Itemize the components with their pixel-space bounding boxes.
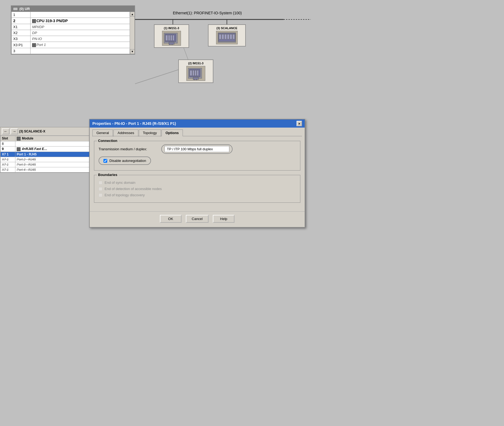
tab-general[interactable]: General [92, 129, 113, 137]
svg-rect-31 [233, 34, 235, 39]
svg-rect-22 [194, 79, 195, 80]
sync-domain-label: End of sync domain [105, 181, 135, 185]
scroll-up-btn[interactable]: ▲ [130, 12, 135, 16]
transmission-row: Transmission medium / duplex: TP / ITP 1… [99, 144, 296, 154]
device-scalance[interactable]: (3) SCALANCE [208, 24, 246, 46]
svg-rect-27 [222, 34, 224, 39]
detection-nodes-label: End of detection of accessible nodes [105, 187, 162, 191]
table-header-row: Slot Module [1, 136, 92, 141]
svg-rect-9 [168, 35, 170, 41]
svg-rect-17 [190, 70, 192, 76]
sync-domain-checkbox [99, 181, 102, 185]
autoneg-row: Disable autonegotiation [99, 157, 296, 165]
rack-scrollbar[interactable]: ▲ ▼ [130, 12, 135, 54]
nav-forward-btn[interactable]: → [11, 128, 18, 134]
rack-window: (0) UR 1 2 CPU 319-3 PN/DP X1MP [11, 5, 135, 55]
module-icon [17, 137, 21, 141]
nav-back-btn[interactable]: ← [2, 128, 9, 134]
svg-rect-13 [169, 44, 170, 45]
left-panel-table: Slot Module 8 9 4×RJ45 Fast E… X7 1Port … [0, 136, 92, 172]
svg-rect-20 [197, 70, 199, 76]
help-button[interactable]: Help [213, 215, 234, 223]
dialog-title: Properties - PN-IO - Port 1 - RJ45 (R-/S… [92, 121, 176, 126]
boundary-item-detection: End of detection of accessible nodes [99, 187, 296, 191]
device-im151-1[interactable]: (1) IM151-3 [154, 24, 189, 48]
table-row[interactable]: 9 4×RJ45 Fast E… [1, 146, 92, 152]
autoneg-oval: Disable autonegotiation [99, 157, 151, 165]
tab-underline [92, 136, 302, 136]
connection-group-label: Connection [97, 139, 119, 143]
ethernet-label: Ethernet(1): PROFINET-IO-System (100) [173, 11, 242, 15]
autoneg-checkbox[interactable] [103, 159, 107, 163]
col-module: Module [15, 136, 92, 141]
topology-discovery-checkbox [99, 193, 102, 197]
dialog-close-button[interactable]: × [297, 121, 302, 126]
tab-addresses[interactable]: Addresses [113, 129, 138, 137]
transmission-label: Transmission medium / duplex: [99, 147, 158, 151]
svg-rect-30 [230, 34, 232, 39]
cancel-button[interactable]: Cancel [186, 215, 209, 223]
svg-rect-8 [166, 35, 168, 41]
rack-title: (0) UR [19, 7, 30, 11]
left-panel-nav: ← → (3) SCALANCE-X [0, 127, 92, 136]
dialog-titlebar: Properties - PN-IO - Port 1 - RJ45 (R-/S… [90, 119, 305, 128]
left-panel-title: (3) SCALANCE-X [19, 129, 45, 133]
scroll-down-btn[interactable]: ▼ [130, 49, 135, 54]
table-row: 3 [12, 48, 135, 54]
device-icon [162, 31, 181, 46]
rack-icon [13, 7, 18, 11]
left-panel: ← → (3) SCALANCE-X Slot Module 8 9 [0, 127, 92, 173]
connection-group: Connection Transmission medium / duplex:… [94, 141, 300, 171]
svg-rect-10 [170, 35, 172, 41]
table-row: 2 CPU 319-3 PN/DP [12, 18, 135, 24]
boundary-item-topology: End of topology discovery [99, 193, 296, 197]
svg-rect-29 [227, 34, 229, 39]
dialog-buttons: OK Cancel Help [90, 211, 305, 227]
tab-options[interactable]: Options [162, 129, 183, 137]
table-row-selected[interactable]: X7 1Port 1 - RJ45 [1, 152, 92, 157]
svg-rect-28 [224, 34, 227, 39]
svg-rect-19 [195, 70, 196, 76]
table-row: X3PN-IO [12, 36, 135, 42]
device-label: (1) IM151-3 [156, 26, 187, 30]
properties-dialog: Properties - PN-IO - Port 1 - RJ45 (R-/S… [89, 119, 305, 228]
table-row[interactable]: X7 1Port 3 - RJ45 [1, 162, 92, 167]
dialog-content: Connection Transmission medium / duplex:… [90, 137, 305, 211]
svg-rect-26 [219, 34, 221, 39]
table-row[interactable]: X7 1Port 2 - RJ45 [1, 157, 92, 162]
device-label: (3) SCALANCE [210, 26, 244, 30]
boundaries-group-label: Boundaries [97, 173, 119, 177]
table-row: X1MPI/DP [12, 24, 135, 30]
transmission-dropdown-oval: TP / ITP 100 Mbps full duplex TP / ITP 1… [161, 144, 233, 154]
detection-nodes-checkbox [99, 187, 102, 191]
col-slot: Slot [1, 136, 15, 141]
table-row: X2DP [12, 30, 135, 36]
rack-titlebar: (0) UR [11, 6, 135, 12]
rack-table: 1 2 CPU 319-3 PN/DP X1MPI/DP X2DP X3PN-I… [11, 12, 135, 54]
svg-rect-23 [196, 79, 197, 80]
module-icon [17, 147, 21, 151]
tab-topology[interactable]: Topology [139, 129, 161, 137]
table-row[interactable]: X7 1Port 4 - RJ45 [1, 167, 92, 172]
table-row: 1 [12, 12, 135, 18]
transmission-dropdown-container: TP / ITP 100 Mbps full duplex TP / ITP 1… [164, 146, 229, 152]
table-row: X3 P1 Port 1 [12, 42, 135, 48]
table-row[interactable]: 8 [1, 141, 92, 146]
boundary-item-sync: End of sync domain [99, 181, 296, 185]
svg-rect-18 [193, 70, 194, 76]
tab-bar: General Addresses Topology Options [90, 128, 305, 136]
device-icon [186, 66, 205, 81]
boundaries-group: Boundaries End of sync domain End of det… [94, 175, 300, 203]
svg-rect-14 [172, 44, 173, 45]
module-icon [32, 19, 36, 23]
autoneg-label[interactable]: Disable autonegotiation [109, 159, 146, 163]
device-icon [216, 31, 238, 44]
device-label: (2) IM151-3 [180, 62, 211, 65]
module-icon [32, 43, 36, 47]
svg-rect-11 [173, 35, 174, 41]
topology-discovery-label: End of topology discovery [105, 193, 145, 197]
device-im151-2[interactable]: (2) IM151-3 [178, 59, 213, 83]
transmission-select[interactable]: TP / ITP 100 Mbps full duplex TP / ITP 1… [164, 146, 229, 152]
ok-button[interactable]: OK [160, 215, 182, 223]
